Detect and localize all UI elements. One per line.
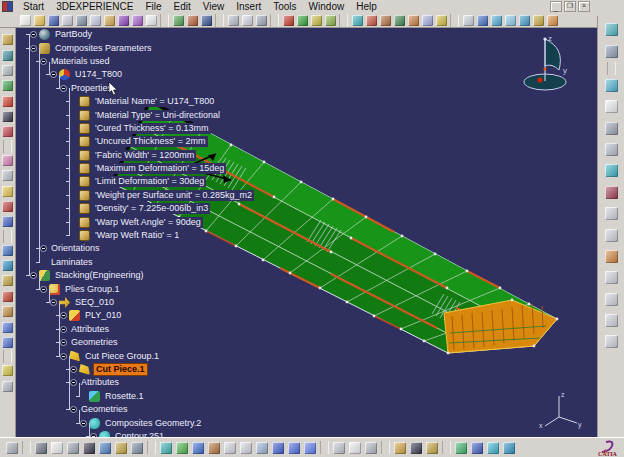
- ply-orange-icon[interactable]: [408, 15, 419, 26]
- material-green-icon[interactable]: [297, 15, 308, 26]
- chat-icon[interactable]: [51, 442, 63, 454]
- clipboard-cyan-icon[interactable]: [605, 23, 618, 36]
- tree-node-label[interactable]: Plies Group.1: [63, 284, 122, 295]
- tree-node-laminates[interactable]: Laminates: [18, 256, 338, 269]
- tree-node-label[interactable]: PLY_010: [83, 310, 123, 321]
- expander-icon[interactable]: [50, 71, 57, 78]
- expander-icon[interactable]: [60, 312, 67, 319]
- menu-item-help[interactable]: Help: [350, 1, 383, 12]
- tree-node-label[interactable]: Rosette.1: [103, 391, 146, 402]
- tree-node-warp-weft-ratio-1[interactable]: 'Warp Weft Ratio' = 1: [18, 229, 338, 242]
- mouse-icon[interactable]: [349, 442, 361, 454]
- menu-item-tools[interactable]: Tools: [267, 1, 302, 12]
- menu-item-view[interactable]: View: [197, 1, 231, 12]
- tree-node-material-name-u174-t800[interactable]: 'Material Name' = U174_T800: [18, 95, 338, 108]
- tree-node-contour-251[interactable]: Contour.251: [18, 430, 338, 437]
- tree-node-weight-per-surface-unit-0-285kg-m2[interactable]: 'Weight per Surface unit' = 0.285kg_m2: [18, 189, 338, 202]
- analysis-blue-icon[interactable]: [519, 15, 530, 26]
- tree-node-fabric-width-1200mm[interactable]: 'Fabric Width' = 1200mm: [18, 149, 338, 162]
- grid-icon[interactable]: [2, 170, 13, 181]
- expander-icon[interactable]: [70, 379, 77, 386]
- knife-icon[interactable]: [187, 15, 198, 26]
- ufo-icon[interactable]: [605, 143, 618, 156]
- multiselect-icon[interactable]: [160, 442, 172, 454]
- compass-origin-dot[interactable]: [537, 77, 542, 82]
- paste-icon[interactable]: [104, 15, 115, 26]
- square-red-icon[interactable]: [2, 291, 13, 302]
- disabled-tool-icon[interactable]: [605, 207, 618, 220]
- menu-item-insert[interactable]: Insert: [230, 1, 267, 12]
- tree-node-composites-parameters[interactable]: Composites Parameters: [18, 41, 338, 54]
- spark-icon[interactable]: [2, 365, 13, 376]
- checker-blue2-icon[interactable]: [2, 337, 13, 348]
- surface-cyan-icon[interactable]: [491, 15, 502, 26]
- spark-gray-icon[interactable]: [2, 381, 13, 392]
- tree-node-rosette-1[interactable]: Rosette.1: [18, 390, 338, 403]
- key-icon[interactable]: [426, 442, 438, 454]
- package-icon[interactable]: [2, 34, 13, 45]
- orange-tool-icon[interactable]: [605, 250, 618, 263]
- tree-node-label[interactable]: Composites Geometry.2: [103, 418, 203, 429]
- tree-node-composites-geometry-2[interactable]: Composites Geometry.2: [18, 416, 338, 429]
- hill-icon[interactable]: [2, 275, 13, 286]
- donut-red-icon[interactable]: [2, 96, 13, 107]
- redo-icon[interactable]: [132, 15, 143, 26]
- disabled-tool-icon[interactable]: [605, 229, 618, 242]
- expander-icon[interactable]: [40, 245, 47, 252]
- sofa-cyan-icon[interactable]: [605, 164, 618, 177]
- tree-node-materials-used[interactable]: Materials used: [18, 55, 338, 68]
- tree-node-label[interactable]: Cut Piece Group.1: [83, 351, 161, 362]
- camera-icon[interactable]: [6, 442, 18, 454]
- tree-node-warp-weft-angle-90deg[interactable]: 'Warp Weft Angle' = 90deg: [18, 215, 338, 228]
- material-yellow-icon[interactable]: [311, 15, 322, 26]
- knife-tool-icon[interactable]: [605, 122, 618, 135]
- expander-icon[interactable]: [90, 433, 97, 437]
- restore-button[interactable]: ❐: [564, 1, 576, 12]
- checker-icon[interactable]: [173, 15, 184, 26]
- tree-node-u174-t800[interactable]: U174_T800: [18, 68, 338, 81]
- surface-sky-icon[interactable]: [505, 15, 516, 26]
- expander-icon[interactable]: [30, 45, 37, 52]
- rotate-icon[interactable]: [208, 442, 220, 454]
- tree-node-geometries[interactable]: Geometries: [18, 336, 338, 349]
- tree-node-label[interactable]: 'Uncured Thickness' = 2mm: [93, 136, 208, 147]
- cube-view-icon[interactable]: [304, 442, 316, 454]
- ply-green-icon[interactable]: [394, 15, 405, 26]
- lock-icon[interactable]: [115, 442, 127, 454]
- expander-icon[interactable]: [60, 339, 67, 346]
- menu-item-window[interactable]: Window: [303, 1, 351, 12]
- tree-node-label[interactable]: Attributes: [79, 377, 121, 388]
- tree-node-label[interactable]: PartBody: [53, 29, 94, 40]
- screen-icon[interactable]: [83, 442, 95, 454]
- menu-item-file[interactable]: File: [139, 1, 167, 12]
- new-file-icon[interactable]: [20, 15, 31, 26]
- tree-node-attributes[interactable]: Attributes: [18, 376, 338, 389]
- surface-blue-icon[interactable]: [477, 15, 488, 26]
- fit-all-icon[interactable]: [176, 442, 188, 454]
- tree-node-density-7-225e-006lb-in3[interactable]: 'Density' = 7.225e-006lb_in3: [18, 202, 338, 215]
- wrench-icon[interactable]: [131, 442, 143, 454]
- tree-node-label[interactable]: Laminates: [49, 257, 95, 268]
- tree-node-attributes[interactable]: Attributes: [18, 323, 338, 336]
- material-olive-icon[interactable]: [325, 15, 336, 26]
- sketch-icon[interactable]: [242, 15, 253, 26]
- multi-view-icon[interactable]: [288, 442, 300, 454]
- graph-icon[interactable]: [99, 442, 111, 454]
- folder-yellow-icon[interactable]: [2, 186, 13, 197]
- diamond-icon[interactable]: [2, 306, 13, 317]
- close-button[interactable]: ×: [578, 1, 590, 12]
- beetle-icon[interactable]: [605, 186, 618, 199]
- tree-node-orientations[interactable]: Orientations: [18, 242, 338, 255]
- tree-node-plies-group-1[interactable]: Plies Group.1: [18, 282, 338, 295]
- fish-cyan-icon[interactable]: [503, 442, 515, 454]
- tree-node-label[interactable]: Materials used: [49, 56, 112, 67]
- tree-node-label[interactable]: 'Maximum Deformation' = 15deg: [93, 163, 226, 174]
- view-compass[interactable]: z y: [515, 32, 577, 94]
- tree-node-label[interactable]: 'Cured Thickness' = 0.13mm: [93, 123, 211, 134]
- zoom-in-icon[interactable]: [224, 442, 236, 454]
- menu-item-3dexperience[interactable]: 3DEXPERIENCE: [50, 1, 139, 12]
- ply-violet-icon[interactable]: [422, 15, 433, 26]
- whats-this-icon[interactable]: [146, 15, 157, 26]
- blank-icon[interactable]: [2, 65, 13, 76]
- tree-node-stacking-engineering[interactable]: Stacking(Engineering): [18, 269, 338, 282]
